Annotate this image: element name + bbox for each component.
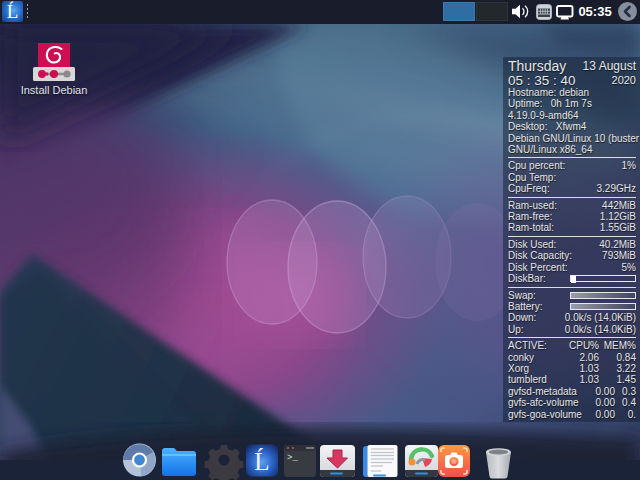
svg-text:>_: >_ (287, 453, 298, 463)
svg-text:Ĺ: Ĺ (254, 448, 269, 475)
